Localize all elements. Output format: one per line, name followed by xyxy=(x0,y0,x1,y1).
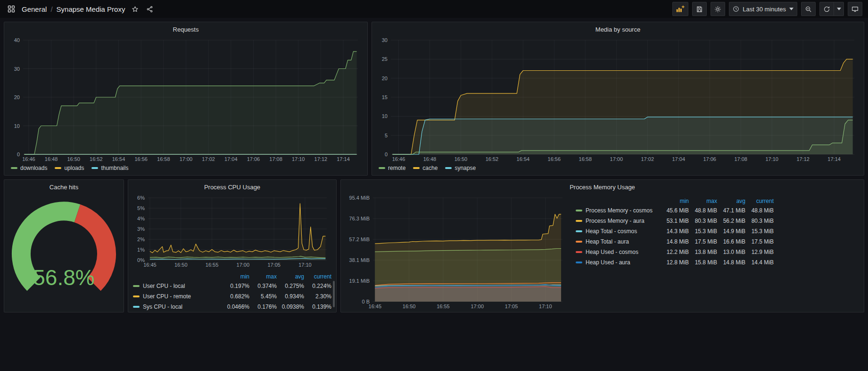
navbar-right: Last 30 minutes xyxy=(672,2,862,16)
process-memory-usage-chart[interactable]: 16:4516:5016:5517:0017:0517:100 B19.1 Mi… xyxy=(346,194,567,310)
add-panel-button[interactable] xyxy=(672,2,688,16)
legend-series-heap-used-cosmos[interactable]: Heap Used - cosmos xyxy=(576,249,661,255)
panel-header: Process CPU Usage xyxy=(128,180,336,194)
breadcrumb-folder[interactable]: General xyxy=(22,5,47,13)
legend-value: 12.2 MiB xyxy=(661,249,689,255)
legend-value: 48.8 MiB xyxy=(745,207,774,214)
legend-header-row: minmaxavgcurrent xyxy=(133,272,331,281)
legend-header-row: minmaxavgcurrent xyxy=(576,197,774,205)
legend-series-user-cpu-local[interactable]: User CPU - local xyxy=(133,283,222,289)
svg-text:17:08: 17:08 xyxy=(734,156,747,162)
legend-header-avg[interactable]: avg xyxy=(717,198,745,204)
dashboards-grid-button[interactable] xyxy=(7,4,16,14)
panel-title-process-memory-usage[interactable]: Process Memory Usage xyxy=(570,184,635,191)
legend-series-user-cpu-remote[interactable]: User CPU - remote xyxy=(133,293,222,300)
series-color-swatch xyxy=(413,167,420,169)
media-chart-svg: 16:4616:4816:5016:5216:5416:5616:5817:00… xyxy=(377,36,859,163)
tv-monitor-icon xyxy=(851,6,859,13)
refresh-interval-dropdown[interactable] xyxy=(834,2,844,16)
breadcrumb: General / Synapse Media Proxy xyxy=(22,5,125,13)
svg-text:30: 30 xyxy=(14,66,20,72)
legend-value: 80.3 MiB xyxy=(689,218,717,224)
legend-header-min[interactable]: min xyxy=(661,198,689,204)
star-dashboard-button[interactable] xyxy=(131,5,140,14)
tv-mode-button[interactable] xyxy=(848,2,862,16)
process-cpu-usage-chart[interactable]: 16:4516:5016:5517:0017:0517:100%1%2%3%4%… xyxy=(133,194,331,269)
share-dashboard-button[interactable] xyxy=(145,5,154,14)
legend-label: uploads xyxy=(64,165,84,171)
caret-down-icon xyxy=(837,8,841,10)
panel-requests: Requests 16:4616:4816:5016:5216:5416:561… xyxy=(4,22,368,176)
legend-row-user-cpu-local: User CPU - local0.197%0.374%0.275%0.224% xyxy=(133,281,331,291)
legend-series-sys-cpu-local[interactable]: Sys CPU - local xyxy=(133,304,222,310)
panel-title-process-cpu-usage[interactable]: Process CPU Usage xyxy=(204,184,260,191)
series-color-swatch xyxy=(576,261,582,263)
svg-text:76.3 MiB: 76.3 MiB xyxy=(349,216,370,221)
svg-text:17:10: 17:10 xyxy=(298,262,312,268)
legend-series-process-memory-aura[interactable]: Process Memory - aura xyxy=(576,218,661,224)
legend-value: 15.3 MiB xyxy=(745,228,774,235)
legend-value: 15.8 MiB xyxy=(689,259,717,266)
panel-add-icon xyxy=(676,5,685,13)
legend-value: 13.0 MiB xyxy=(717,249,745,255)
legend-header-max[interactable]: max xyxy=(249,273,277,280)
grafana-dashboard: General / Synapse Media Proxy xyxy=(0,0,868,371)
time-range-picker[interactable]: Last 30 minutes xyxy=(729,2,797,16)
panel-title-requests[interactable]: Requests xyxy=(173,26,199,33)
panel-header: Process Memory Usage xyxy=(341,180,864,194)
svg-text:17:00: 17:00 xyxy=(180,156,193,162)
legend-header-current[interactable]: current xyxy=(745,198,774,204)
svg-text:19.1 MiB: 19.1 MiB xyxy=(349,278,370,284)
panel-title-media-by-source[interactable]: Media by source xyxy=(595,26,640,33)
memory-chart-svg: 16:4516:5016:5517:0017:0517:100 B19.1 Mi… xyxy=(346,194,567,310)
panel-title-cache-hits[interactable]: Cache hits xyxy=(50,184,78,191)
legend-series-name: Sys CPU - local xyxy=(143,304,182,310)
legend-scrollbar[interactable] xyxy=(333,281,335,307)
legend-item-uploads[interactable]: uploads xyxy=(55,165,84,171)
dashboard-settings-button[interactable] xyxy=(711,2,725,16)
svg-text:17:00: 17:00 xyxy=(237,262,250,268)
legend-value: 16.6 MiB xyxy=(717,238,745,245)
refresh-button[interactable] xyxy=(819,2,834,16)
legend-series-name: User CPU - local xyxy=(143,283,185,289)
series-color-swatch xyxy=(379,167,385,169)
legend-row-heap-total-aura: Heap Total - aura14.8 MiB17.5 MiB16.6 Mi… xyxy=(576,236,774,247)
legend-series-name: User CPU - remote xyxy=(143,293,191,300)
svg-text:10: 10 xyxy=(14,123,20,129)
svg-text:30: 30 xyxy=(382,37,388,43)
legend-header-min[interactable]: min xyxy=(222,273,249,280)
legend-series-heap-total-aura[interactable]: Heap Total - aura xyxy=(576,238,661,245)
svg-text:10: 10 xyxy=(382,113,388,119)
legend-item-synapse[interactable]: synapse xyxy=(445,165,476,171)
legend-value: 56.2 MiB xyxy=(717,218,745,224)
panel-header: Media by source xyxy=(372,22,864,36)
media-by-source-chart[interactable]: 16:4616:4816:5016:5216:5416:5616:5817:00… xyxy=(377,36,859,163)
legend-row-sys-cpu-local: Sys CPU - local0.0466%0.176%0.0938%0.139… xyxy=(133,302,331,312)
legend-item-remote[interactable]: remote xyxy=(379,165,405,171)
svg-text:16:58: 16:58 xyxy=(579,156,592,162)
svg-text:17:05: 17:05 xyxy=(505,304,518,309)
legend-value: 17.5 MiB xyxy=(689,238,717,245)
legend-value: 0.139% xyxy=(304,304,331,310)
legend-header-current[interactable]: current xyxy=(304,273,331,280)
legend-series-heap-total-cosmos[interactable]: Heap Total - cosmos xyxy=(576,228,661,235)
zoom-out-time-button[interactable] xyxy=(801,2,816,16)
legend-value: 48.8 MiB xyxy=(689,207,717,214)
svg-text:16:50: 16:50 xyxy=(403,304,416,309)
requests-chart[interactable]: 16:4616:4816:5016:5216:5416:5616:5817:00… xyxy=(9,36,363,163)
legend-item-downloads[interactable]: downloads xyxy=(11,165,47,171)
svg-text:0: 0 xyxy=(17,152,20,157)
save-dashboard-button[interactable] xyxy=(692,2,707,16)
legend-series-heap-used-aura[interactable]: Heap Used - aura xyxy=(576,259,661,266)
legend-item-cache[interactable]: cache xyxy=(413,165,438,171)
breadcrumb-dashboard-title[interactable]: Synapse Media Proxy xyxy=(57,5,125,13)
legend-header-max[interactable]: max xyxy=(689,198,717,204)
legend-header-avg[interactable]: avg xyxy=(277,273,304,280)
legend-item-thumbnails[interactable]: thumbnails xyxy=(91,165,128,171)
legend-label: remote xyxy=(388,165,405,171)
legend-value: 0.934% xyxy=(277,293,304,300)
series-color-swatch xyxy=(576,251,582,253)
legend-series-process-memory-cosmos[interactable]: Process Memory - cosmos xyxy=(576,207,661,214)
legend-value: 80.3 MiB xyxy=(745,218,774,224)
svg-text:17:14: 17:14 xyxy=(337,156,350,162)
